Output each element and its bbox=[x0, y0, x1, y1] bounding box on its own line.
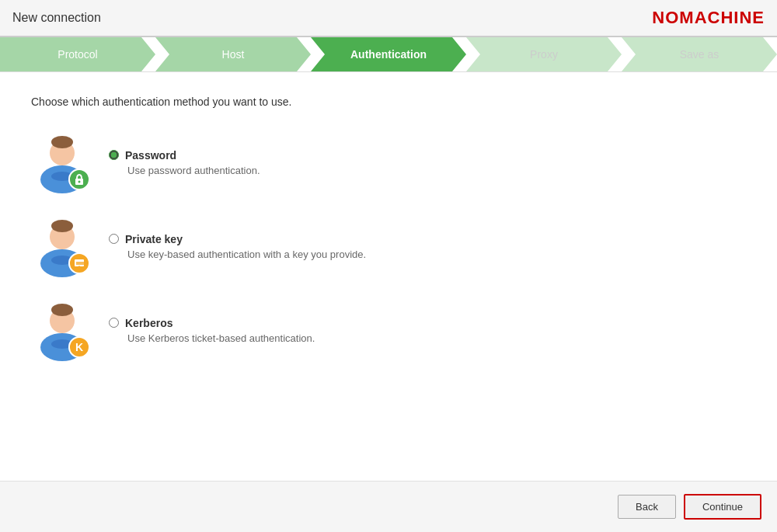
step-authentication[interactable]: Authentication bbox=[311, 37, 466, 71]
radio-group-kerberos: Kerberos Use Kerberos ticket-based authe… bbox=[109, 317, 315, 344]
main-window: New connection NOMACHINE Protocol Host A… bbox=[0, 0, 777, 532]
svg-text:K: K bbox=[75, 341, 83, 353]
svg-point-9 bbox=[51, 220, 73, 232]
nomachine-logo: NOMACHINE bbox=[652, 8, 765, 28]
steps-bar: Protocol Host Authentication Proxy Save … bbox=[0, 37, 777, 72]
radio-password-desc: Use password authentication. bbox=[127, 165, 260, 176]
content-area: Choose which authentication method you w… bbox=[0, 72, 777, 481]
step-protocol[interactable]: Protocol bbox=[0, 37, 155, 71]
auth-option-kerberos: K Kerberos Use Kerberos ticket-based aut… bbox=[31, 299, 746, 361]
auth-option-password: Password Use password authentication. bbox=[31, 131, 746, 193]
step-authentication-label: Authentication bbox=[350, 48, 427, 61]
title-bar: New connection NOMACHINE bbox=[0, 0, 777, 37]
instruction-text: Choose which authentication method you w… bbox=[31, 96, 746, 108]
radio-kerberos-desc: Use Kerberos ticket-based authentication… bbox=[127, 332, 315, 344]
step-host[interactable]: Host bbox=[155, 37, 311, 71]
radio-privatekey[interactable] bbox=[109, 234, 119, 244]
svg-point-2 bbox=[51, 136, 73, 148]
step-host-label: Host bbox=[222, 48, 245, 61]
radio-password-text: Password bbox=[125, 149, 176, 162]
radio-password[interactable] bbox=[109, 150, 119, 160]
footer: Back Continue bbox=[0, 481, 777, 532]
radio-kerberos-text: Kerberos bbox=[125, 317, 172, 329]
step-proxy[interactable]: Proxy bbox=[466, 37, 622, 71]
radio-label-privatekey[interactable]: Private key bbox=[109, 233, 366, 245]
window-title: New connection bbox=[12, 11, 101, 25]
radio-label-kerberos[interactable]: Kerberos bbox=[109, 317, 315, 329]
svg-point-6 bbox=[78, 181, 81, 183]
radio-group-privatekey: Private key Use key-based authentication… bbox=[109, 233, 366, 260]
radio-kerberos[interactable] bbox=[109, 318, 119, 328]
step-saveas[interactable]: Save as bbox=[622, 37, 777, 71]
radio-privatekey-desc: Use key-based authentication with a key … bbox=[127, 249, 366, 260]
back-button[interactable]: Back bbox=[618, 495, 676, 519]
step-saveas-label: Save as bbox=[680, 48, 720, 61]
radio-group-password: Password Use password authentication. bbox=[109, 149, 260, 176]
avatar-kerberos: K bbox=[31, 299, 93, 361]
step-proxy-label: Proxy bbox=[530, 48, 558, 61]
continue-button[interactable]: Continue bbox=[684, 494, 761, 520]
radio-label-password[interactable]: Password bbox=[109, 149, 260, 162]
avatar-password bbox=[31, 131, 93, 193]
svg-point-19 bbox=[51, 304, 73, 316]
auth-option-privatekey: Private key Use key-based authentication… bbox=[31, 215, 746, 277]
radio-privatekey-text: Private key bbox=[125, 233, 183, 245]
step-protocol-label: Protocol bbox=[57, 48, 97, 61]
avatar-privatekey bbox=[31, 215, 93, 277]
